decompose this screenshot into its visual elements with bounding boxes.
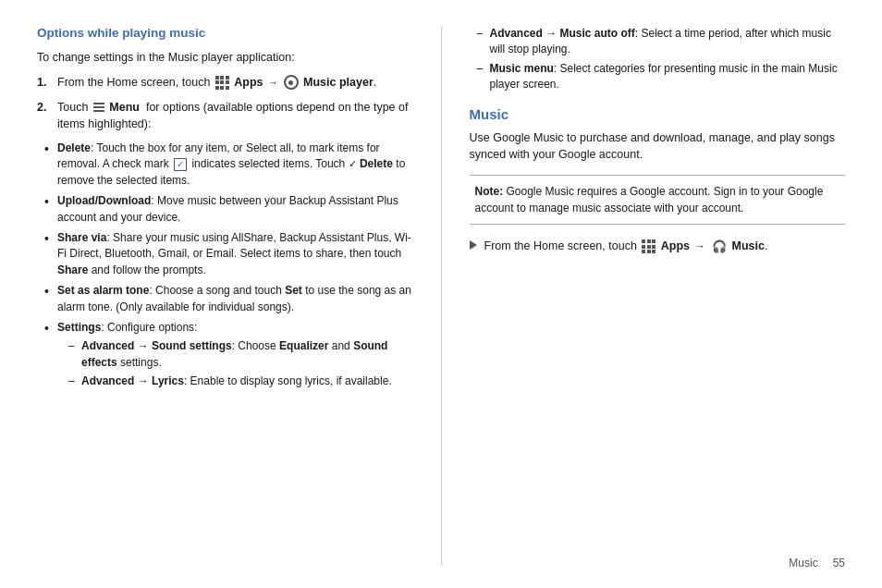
list-item-alarm: • Set as alarm tone: Choose a song and t… xyxy=(44,283,413,315)
apps-label-right: Apps xyxy=(661,239,690,252)
bullet-dot: • xyxy=(44,320,54,393)
step-1-num: 1. xyxy=(37,74,54,92)
from-home-text: From the Home screen, touch Apps → 🎧 Mus… xyxy=(484,238,768,255)
music-player-label: Music player xyxy=(303,76,374,89)
left-section-title: Options while playing music xyxy=(37,26,413,40)
step-1-content: From the Home screen, touch Apps → Music… xyxy=(57,74,413,92)
step-2-content: Touch Menu for options (available option… xyxy=(57,99,413,134)
list-item-upload: • Upload/Download: Move music between yo… xyxy=(44,193,413,226)
step-2-num: 2. xyxy=(37,99,54,134)
intro-text: To change settings in the Music player a… xyxy=(37,49,413,67)
headphone-icon: 🎧 xyxy=(712,239,727,254)
alarm-text: Set as alarm tone: Choose a song and tou… xyxy=(57,283,413,315)
options-list: • Delete: Touch the box for any item, or… xyxy=(44,141,413,392)
checkmark-icon: ✓ xyxy=(174,158,187,171)
left-column: Options while playing music To change se… xyxy=(37,26,442,566)
list-item-settings: • Settings: Configure options: – Advance… xyxy=(44,320,413,393)
apps-label: Apps xyxy=(234,76,263,89)
sub-dash: – xyxy=(68,374,81,389)
page-footer: Music 55 xyxy=(789,557,845,570)
note-box: Note: Google Music requires a Google acc… xyxy=(470,175,846,225)
sub-item-auto-off: – Advanced → Music auto off: Select a ti… xyxy=(477,26,846,58)
menu-label: Menu xyxy=(109,101,140,114)
from-home-row: From the Home screen, touch Apps → 🎧 Mus… xyxy=(470,238,846,255)
settings-text: Settings: Configure options: – Advanced … xyxy=(57,320,413,393)
sub-item-sound: – Advanced → Sound settings: Choose Equa… xyxy=(68,338,413,371)
sub-text-music-menu: Music menu: Select categories for presen… xyxy=(490,61,846,93)
note-text: Google Music requires a Google account. … xyxy=(475,185,824,214)
sub-item-lyrics: – Advanced → Lyrics: Enable to display s… xyxy=(68,374,413,389)
sub-dash: – xyxy=(477,61,490,93)
sub-text-sound: Advanced → Sound settings: Choose Equali… xyxy=(81,338,413,371)
right-sub-list: – Advanced → Music auto off: Select a ti… xyxy=(477,26,846,93)
bullet-dot: • xyxy=(44,141,54,189)
step-2: 2. Touch Menu for options (available opt… xyxy=(37,99,413,134)
note-label: Note: xyxy=(475,185,504,198)
right-intro: Use Google Music to purchase and downloa… xyxy=(470,129,846,165)
footer-label: Music xyxy=(789,557,817,570)
bullet-dot: • xyxy=(44,283,54,315)
delete-text: Delete: Touch the box for any item, or S… xyxy=(57,141,413,189)
sub-text-lyrics: Advanced → Lyrics: Enable to display son… xyxy=(81,374,392,389)
bullet-dot: • xyxy=(44,230,54,278)
triangle-icon xyxy=(470,240,477,250)
apps-grid-icon-right xyxy=(642,239,655,253)
sub-item-music-menu: – Music menu: Select categories for pres… xyxy=(477,61,846,93)
music-label-right: Music xyxy=(732,239,765,252)
settings-sub-list: – Advanced → Sound settings: Choose Equa… xyxy=(68,338,413,389)
apps-grid-icon xyxy=(215,76,229,90)
bullet-dot: • xyxy=(44,193,54,226)
music-player-icon xyxy=(284,75,299,90)
menu-icon xyxy=(93,103,104,112)
right-section-title: Music xyxy=(470,106,846,122)
sub-dash: – xyxy=(477,26,490,58)
list-item-share: • Share via: Share your music using AllS… xyxy=(44,230,413,278)
footer-page: 55 xyxy=(833,557,845,570)
sub-text-auto-off: Advanced → Music auto off: Select a time… xyxy=(490,26,846,58)
upload-text: Upload/Download: Move music between your… xyxy=(57,193,413,226)
arrow-right: → xyxy=(695,240,705,251)
list-item-delete: • Delete: Touch the box for any item, or… xyxy=(44,141,413,189)
right-column: – Advanced → Music auto off: Select a ti… xyxy=(442,26,846,566)
arrow-icon: → xyxy=(268,77,278,88)
sub-dash: – xyxy=(68,338,81,371)
step-1: 1. From the Home screen, touch Apps → Mu… xyxy=(37,74,413,92)
share-text: Share via: Share your music using AllSha… xyxy=(57,230,413,278)
